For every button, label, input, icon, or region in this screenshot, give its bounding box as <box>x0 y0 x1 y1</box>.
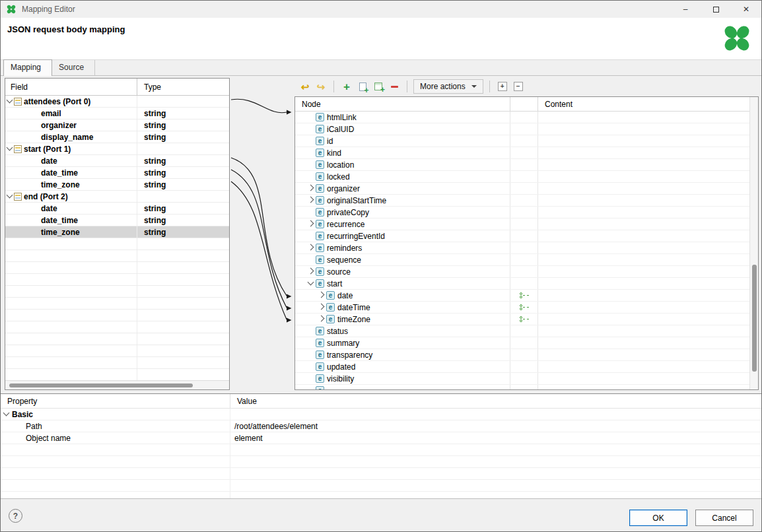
tree-row[interactable]: esequence <box>295 254 758 266</box>
tree-row[interactable]: edate <box>295 290 758 302</box>
column-header-value[interactable]: Value <box>230 394 762 408</box>
content-cell[interactable] <box>537 373 758 384</box>
tree-row[interactable]: elocked <box>295 171 758 183</box>
ok-button[interactable]: OK <box>629 510 687 526</box>
value-cell[interactable]: /root/attendees/element <box>230 420 762 432</box>
field-row[interactable]: datestring <box>5 155 229 167</box>
field-row[interactable]: time_zonestring <box>5 179 229 191</box>
column-header-field[interactable]: Field <box>5 79 137 95</box>
content-cell[interactable] <box>537 135 758 147</box>
chevron-open-icon[interactable] <box>3 410 10 416</box>
content-cell[interactable] <box>537 278 758 289</box>
content-cell[interactable] <box>537 195 758 206</box>
tree-row[interactable]: evisibility <box>295 373 758 385</box>
content-cell[interactable] <box>537 290 758 301</box>
tree-row[interactable]: esummary <box>295 337 758 349</box>
tree-row[interactable]: etransparency <box>295 349 758 361</box>
content-cell[interactable] <box>537 254 758 265</box>
property-row[interactable]: Basic <box>1 409 762 420</box>
chevron-closed-icon[interactable] <box>318 316 325 322</box>
vertical-scrollbar-thumb[interactable] <box>752 265 757 372</box>
chevron-closed-icon[interactable] <box>308 220 314 227</box>
minimize-button[interactable]: – <box>670 1 701 18</box>
field-row[interactable]: attendees (Port 0) <box>5 96 229 108</box>
content-cell[interactable] <box>537 349 758 360</box>
map-arrow-left-icon[interactable]: ↩ <box>299 80 311 93</box>
content-cell[interactable] <box>537 159 758 170</box>
field-row[interactable]: display_namestring <box>5 131 229 143</box>
content-cell[interactable] <box>537 385 758 390</box>
add-child-element-icon[interactable] <box>357 80 368 93</box>
field-row[interactable]: emailstring <box>5 108 229 119</box>
content-cell[interactable] <box>537 361 758 372</box>
tree-row[interactable]: erecurringEventId <box>295 230 758 242</box>
property-row[interactable]: Object nameelement <box>1 432 762 444</box>
content-cell[interactable] <box>537 207 758 218</box>
field-row[interactable]: datestring <box>5 203 229 215</box>
content-cell[interactable] <box>537 337 758 349</box>
value-cell[interactable]: element <box>230 432 762 444</box>
add-element-icon[interactable]: + <box>341 80 353 93</box>
field-row-selected[interactable]: time_zonestring <box>5 226 229 238</box>
field-row[interactable]: organizerstring <box>5 119 229 131</box>
tree-row[interactable]: ereminders <box>295 242 758 254</box>
chevron-closed-icon[interactable] <box>318 292 325 298</box>
chevron-open-icon[interactable] <box>308 279 314 286</box>
tree-row[interactable]: eupdated <box>295 361 758 373</box>
tree-row[interactable]: elocation <box>295 159 758 171</box>
remove-icon[interactable] <box>388 80 400 93</box>
property-row[interactable]: Path/root/attendees/element <box>1 420 762 432</box>
field-row[interactable]: date_timestring <box>5 215 229 226</box>
tree-row[interactable]: eoriginalStartTime <box>295 195 758 207</box>
tree-row[interactable]: etimeZone <box>295 314 758 325</box>
tree-row[interactable]: ehtmlLink <box>295 112 758 123</box>
expand-all-icon[interactable]: + <box>497 80 508 93</box>
field-row[interactable]: end (Port 2) <box>5 191 229 203</box>
vertical-scrollbar[interactable] <box>749 97 758 389</box>
field-row[interactable]: date_timestring <box>5 167 229 179</box>
tree-row[interactable]: edateTime <box>295 302 758 314</box>
content-cell[interactable] <box>537 183 758 194</box>
column-header-content[interactable]: Content <box>537 97 758 111</box>
content-cell[interactable] <box>537 171 758 182</box>
column-header-property[interactable]: Property <box>1 394 230 408</box>
chevron-closed-icon[interactable] <box>308 185 314 191</box>
chevron-open-icon[interactable] <box>7 192 13 199</box>
content-cell[interactable] <box>537 302 758 313</box>
content-cell[interactable] <box>537 266 758 277</box>
chevron-closed-icon[interactable] <box>308 268 314 275</box>
tree-row[interactable]: eorganizer <box>295 183 758 195</box>
content-cell[interactable] <box>537 147 758 158</box>
close-button[interactable]: ✕ <box>731 1 761 18</box>
maximize-button[interactable] <box>701 1 731 18</box>
tree-row[interactable]: eid <box>295 135 758 147</box>
tree-row[interactable]: e <box>295 385 758 390</box>
tree-row[interactable]: estart <box>295 278 758 290</box>
content-cell[interactable] <box>537 314 758 325</box>
content-cell[interactable] <box>537 123 758 135</box>
help-button[interactable]: ? <box>9 509 22 523</box>
map-arrow-right-icon[interactable]: ↪ <box>315 80 327 93</box>
cancel-button[interactable]: Cancel <box>695 510 753 526</box>
chevron-open-icon[interactable] <box>7 97 13 104</box>
chevron-open-icon[interactable] <box>7 145 13 151</box>
more-actions-button[interactable]: More actions <box>413 79 483 94</box>
horizontal-scrollbar[interactable] <box>5 380 229 389</box>
column-header-type[interactable]: Type <box>137 79 229 95</box>
chevron-closed-icon[interactable] <box>308 244 314 251</box>
horizontal-scrollbar-thumb[interactable] <box>9 383 193 387</box>
tree-row[interactable]: eiCalUID <box>295 123 758 135</box>
tab-mapping[interactable]: Mapping <box>3 59 52 76</box>
column-header-node[interactable]: Node <box>295 97 510 111</box>
chevron-closed-icon[interactable] <box>308 197 314 203</box>
field-row[interactable]: start (Port 1) <box>5 143 229 155</box>
content-cell[interactable] <box>537 112 758 123</box>
tab-source[interactable]: Source <box>52 60 95 75</box>
content-cell[interactable] <box>537 242 758 253</box>
collapse-all-icon[interactable]: − <box>512 80 524 93</box>
tree-row[interactable]: erecurrence <box>295 218 758 230</box>
tree-row[interactable]: esource <box>295 266 758 278</box>
tree-row[interactable]: ekind <box>295 147 758 159</box>
chevron-closed-icon[interactable] <box>318 304 325 310</box>
content-cell[interactable] <box>537 230 758 242</box>
